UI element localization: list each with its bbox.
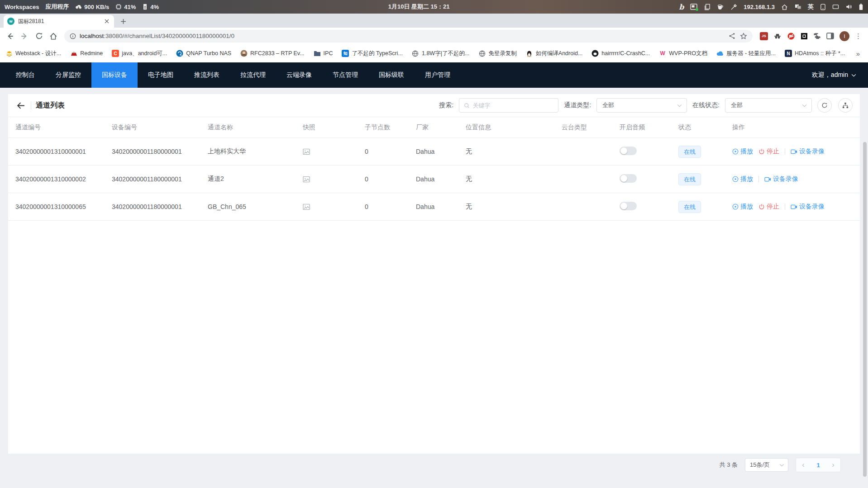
nav-item-node-manage[interactable]: 节点管理 <box>322 62 368 88</box>
nav-item-push-list[interactable]: 推流列表 <box>184 62 230 88</box>
share-icon[interactable] <box>729 33 735 39</box>
search-box[interactable] <box>459 98 558 113</box>
channel-type-label: 通道类型: <box>564 101 591 109</box>
snapshot-image-icon[interactable] <box>303 176 365 183</box>
nav-item-pull-proxy[interactable]: 拉流代理 <box>230 62 276 88</box>
redmine-icon <box>70 50 77 57</box>
stop-button[interactable]: 停止 <box>758 147 779 156</box>
display-icon[interactable] <box>832 4 839 10</box>
device-record-button[interactable]: 设备录像 <box>791 147 825 156</box>
table-row[interactable]: 34020000001310000001 3402000000118000000… <box>8 138 860 166</box>
filters: 搜索: 通道类型: 全部 在线状态: 全部 <box>439 98 853 113</box>
next-page-button[interactable]: › <box>832 461 834 469</box>
bookmark-wvp-docs[interactable]: WWVP-PRO文档 <box>659 50 707 57</box>
clock[interactable]: 1月10日 星期二 15：21 <box>159 3 679 11</box>
applications-button[interactable]: 应用程序 <box>45 3 69 11</box>
refresh-button[interactable] <box>817 98 832 113</box>
bookmark-github-crash[interactable]: hairrrrr/C-CrashC... <box>591 50 650 57</box>
volume-icon[interactable] <box>845 4 852 10</box>
status-badge: 在线 <box>678 173 701 185</box>
phone-link-icon[interactable] <box>820 4 826 10</box>
page-scrollbar[interactable] <box>863 142 867 477</box>
bookmark-cloud-server[interactable]: 服务器 - 轻量应用... <box>716 50 776 57</box>
online-status-select[interactable]: 全部 <box>725 98 812 113</box>
device-record-button[interactable]: 设备录像 <box>791 203 825 211</box>
workspaces-button[interactable]: Workspaces <box>5 4 39 10</box>
ip-address[interactable]: 192.168.1.3 <box>744 4 775 10</box>
extensions-puzzle-icon[interactable] <box>813 32 821 40</box>
page-size-select[interactable]: 15条/页 <box>745 458 788 472</box>
table-row[interactable]: 34020000001310000002 3402000000118000000… <box>8 166 860 193</box>
browser-tab[interactable]: w 国标28181 <box>4 15 114 28</box>
forward-button[interactable] <box>18 30 31 43</box>
play-button[interactable]: 播放 <box>732 147 753 156</box>
nav-item-user-manage[interactable]: 用户管理 <box>415 62 461 88</box>
nav-item-split-screen[interactable]: 分屏监控 <box>45 62 91 88</box>
prev-page-button[interactable]: ‹ <box>802 461 804 469</box>
snapshot-image-icon[interactable] <box>303 204 365 210</box>
globe-icon <box>478 50 486 57</box>
play-button[interactable]: 播放 <box>732 203 753 211</box>
page-info-icon[interactable] <box>70 33 76 39</box>
reload-button[interactable] <box>33 30 45 43</box>
bookmarks-overflow-chevron[interactable]: » <box>856 50 863 57</box>
bookmark-hdatmos[interactable]: NHDAtmos :: 种子 *... <box>785 50 845 57</box>
dark-extension-icon[interactable] <box>801 33 808 40</box>
device-record-button[interactable]: 设备录像 <box>764 175 798 183</box>
nav-item-map[interactable]: 电子地图 <box>138 62 184 88</box>
zhihu-icon: 知 <box>342 50 349 57</box>
bookmark-copy-tool[interactable]: 免登录复制 <box>478 50 517 57</box>
vendor: Dahua <box>416 203 466 210</box>
nav-item-gb-device[interactable]: 国标设备 <box>91 62 138 88</box>
children-count: 0 <box>365 148 416 155</box>
audio-toggle[interactable] <box>620 147 637 155</box>
play-button[interactable]: 播放 <box>732 175 753 183</box>
channel-type-select[interactable]: 全部 <box>596 98 687 113</box>
bookmark-android-build[interactable]: 如何编译Android... <box>526 50 583 57</box>
back-button[interactable] <box>4 30 16 43</box>
bookmark-rfc2833[interactable]: RFC2833 – RTP Ev... <box>240 50 305 57</box>
snapshot-image-icon[interactable] <box>303 148 365 155</box>
coffee-tray-icon[interactable] <box>717 4 724 10</box>
nav-item-console[interactable]: 控制台 <box>5 62 45 88</box>
stop-button[interactable]: 停止 <box>758 203 779 211</box>
user-menu[interactable]: 欢迎，admin <box>800 62 868 88</box>
profile-avatar[interactable]: I <box>839 31 849 41</box>
color-picker-tray-icon[interactable] <box>730 4 737 10</box>
bookmark-redmine[interactable]: Redmine <box>70 50 103 57</box>
home-button[interactable] <box>47 30 60 43</box>
tab-close-icon[interactable] <box>103 18 110 25</box>
bookmark-article[interactable]: 1.8W字|了不起的... <box>412 50 469 57</box>
bookmark-ipc-folder[interactable]: IPC <box>314 50 333 57</box>
input-method-indicator[interactable]: 英 <box>808 3 814 11</box>
nav-item-cloud-record[interactable]: 云端录像 <box>276 62 322 88</box>
current-page[interactable]: 1 <box>816 462 820 469</box>
bookmark-csdn[interactable]: Cjava、android可... <box>112 50 167 57</box>
bing-tray-icon[interactable]: b <box>679 3 684 11</box>
table-row[interactable]: 34020000001310000065 3402000000118000000… <box>8 193 860 221</box>
audio-toggle[interactable] <box>620 174 637 183</box>
bookmark-star-icon[interactable] <box>740 33 747 40</box>
bookmark-zhihu-typescript[interactable]: 知了不起的 TypeScri... <box>342 50 403 57</box>
incognito-extension-icon[interactable] <box>773 33 782 40</box>
screenshot-tray-icon[interactable] <box>690 4 697 10</box>
clipboard-tray-icon[interactable] <box>704 4 711 10</box>
js-extension-icon[interactable]: JS <box>760 32 768 40</box>
tree-view-button[interactable] <box>838 98 853 113</box>
bookmark-webstack[interactable]: Webstack - 设计... <box>5 50 61 57</box>
address-bar[interactable]: localhost:38080/#/channelList/3402000000… <box>64 30 753 43</box>
header-divider <box>31 101 31 109</box>
battery-icon[interactable] <box>858 3 863 10</box>
search-input[interactable] <box>472 102 553 109</box>
side-panel-icon[interactable] <box>826 33 834 39</box>
bookmark-qnap[interactable]: QNAP Turbo NAS <box>176 50 231 57</box>
tab-title: 国标28181 <box>18 18 100 25</box>
windows-tray-icon[interactable] <box>794 4 801 10</box>
blocker-extension-icon[interactable] <box>787 32 795 40</box>
browser-menu-icon[interactable]: ⋮ <box>855 32 862 40</box>
nav-item-gb-cascade[interactable]: 国标级联 <box>368 62 415 88</box>
page-back-button[interactable] <box>15 100 26 111</box>
home-tray-icon[interactable] <box>781 4 788 10</box>
audio-toggle[interactable] <box>620 202 637 210</box>
new-tab-button[interactable] <box>117 15 129 28</box>
